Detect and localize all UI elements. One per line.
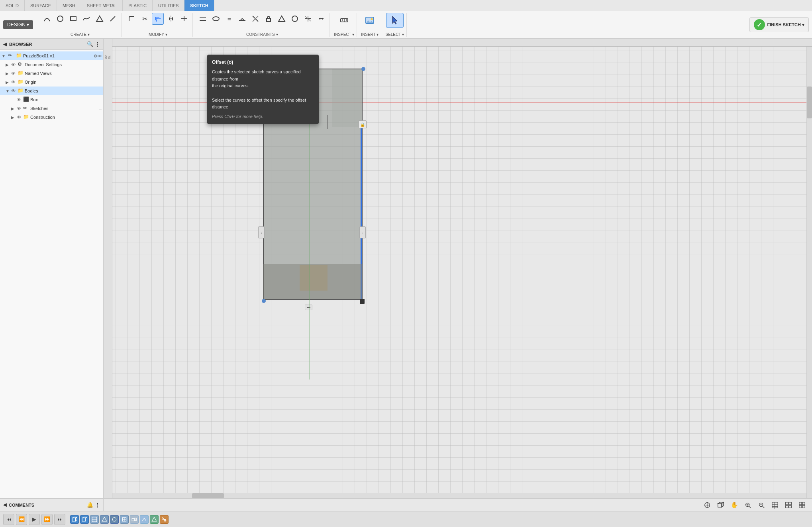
finish-sketch-button[interactable]: ✓ FINISH SKETCH ▾ [749, 17, 809, 32]
timeline-step-current[interactable] [150, 515, 159, 524]
timeline-step-5[interactable] [110, 515, 119, 524]
line-tool[interactable] [107, 13, 119, 25]
arc-tool[interactable] [41, 13, 53, 25]
circle-tool[interactable] [54, 13, 66, 25]
rectangle-tool[interactable] [67, 13, 79, 25]
grid-settings-icon[interactable] [783, 500, 794, 510]
drag-handle-right[interactable]: ⋮ [359, 226, 366, 238]
select-cursor-icon[interactable] [386, 13, 404, 28]
vertex-top-right[interactable] [361, 67, 365, 71]
canvas-scrollbar-horizontal[interactable] [112, 493, 806, 498]
bodies-eye[interactable]: 👁 [11, 88, 17, 93]
cross2-constraint[interactable] [302, 13, 314, 25]
triangle-constraint[interactable] [276, 13, 288, 25]
timeline-step-active[interactable] [160, 515, 169, 524]
drag-handle-left[interactable]: ⋮ [258, 226, 265, 238]
equal-constraint[interactable]: = [223, 13, 235, 25]
timeline-step-2[interactable] [80, 515, 89, 524]
lock-constraint[interactable] [263, 13, 275, 25]
tree-root[interactable]: ▼ ✏ 📁 PuzzleBox01 v1 ⚙ ••• [0, 51, 103, 60]
fillet-tool[interactable] [126, 13, 137, 25]
more-settings-icon[interactable] [797, 500, 807, 510]
timeline-step-7[interactable] [130, 515, 139, 524]
tree-origin[interactable]: ▶ 👁 📁 Origin [0, 78, 103, 87]
tree-named-views[interactable]: ▶ 👁 📁 Named Views [0, 69, 103, 78]
tree-box[interactable]: 👁 ⬛ Box [0, 95, 103, 104]
timeline-play[interactable]: ▶ [29, 514, 40, 525]
timeline-step-6[interactable] [120, 515, 129, 524]
spline-tool[interactable] [80, 13, 92, 25]
canvas-area[interactable]: 75 60 [104, 39, 812, 498]
vertex-bottom-left[interactable] [262, 299, 266, 303]
svg-line-38 [749, 506, 751, 508]
doc-settings-eye[interactable]: 👁 [11, 62, 17, 67]
tab-sheet-metal[interactable]: SHEET METAL [81, 0, 123, 11]
tree-construction[interactable]: ▶ 👁 📁 Construction [0, 113, 103, 122]
construction-eye[interactable]: 👁 [17, 115, 22, 120]
design-mode-button[interactable]: DESIGN ▾ [3, 20, 33, 29]
tab-surface[interactable]: SURFACE [25, 0, 57, 11]
tab-mesh[interactable]: MESH [57, 0, 81, 11]
scroll-thumb-horizontal[interactable] [192, 493, 224, 498]
sketches-eye[interactable]: 👁 [17, 106, 22, 111]
modify-label[interactable]: MODIFY ▾ [149, 32, 167, 37]
create-label[interactable]: CREATE ▾ [71, 32, 90, 37]
horizontal-constraint[interactable] [197, 13, 209, 25]
expand-constraint[interactable] [315, 13, 327, 25]
display-settings-icon[interactable] [770, 500, 780, 510]
pan-icon[interactable]: ✋ [729, 500, 739, 510]
navigation-home-icon[interactable] [702, 500, 712, 510]
tab-plastic[interactable]: PLASTIC [123, 0, 153, 11]
insert-image-icon[interactable] [361, 13, 379, 28]
browser-options-icon[interactable]: ⋮ [95, 41, 100, 47]
tab-solid[interactable]: SOLID [0, 0, 25, 11]
tree-doc-settings[interactable]: ▶ 👁 ⚙ Document Settings [0, 60, 103, 69]
timeline-step-8[interactable] [140, 515, 149, 524]
insert-label[interactable]: INSERT ▾ [361, 32, 379, 37]
tab-utilities[interactable]: UTILITIES [153, 0, 184, 11]
view-cube-icon[interactable] [716, 500, 726, 510]
break-tool[interactable] [178, 13, 190, 25]
mirror-tool[interactable] [165, 13, 177, 25]
timeline-step-3[interactable] [90, 515, 99, 524]
circle-constraint[interactable] [289, 13, 301, 25]
tree-bodies[interactable]: ▼ 👁 📁 Bodies [0, 87, 103, 95]
doc-settings-arrow: ▶ [6, 63, 11, 67]
select-label[interactable]: SELECT ▾ [385, 32, 404, 37]
comments-expand-icon[interactable]: ◀ [3, 502, 6, 507]
tangent-constraint[interactable] [236, 13, 248, 25]
timeline-step-forward[interactable]: ⏩ [41, 514, 53, 525]
named-views-eye[interactable]: 👁 [11, 71, 17, 76]
zoom-fit-icon[interactable] [743, 500, 753, 510]
zoom-out-icon[interactable] [756, 500, 767, 510]
vertex-bottom-right[interactable] [360, 299, 365, 304]
sketches-icon: ✏ [23, 105, 29, 112]
tree-sketches[interactable]: ▶ 👁 ✏ Sketches ... [0, 104, 103, 113]
timeline-step-1[interactable] [70, 515, 79, 524]
modify-icons: ✂ [126, 13, 190, 25]
comments-options-icon[interactable]: ⋮ [95, 502, 100, 508]
constraint-lock-icon[interactable]: 🔒 [359, 120, 367, 128]
root-more-icon[interactable]: ••• [97, 54, 102, 58]
timeline-back-to-start[interactable]: ⏮ [3, 514, 14, 525]
ellipse-tool[interactable] [210, 13, 222, 25]
cross-constraint[interactable] [249, 13, 261, 25]
trim-tool[interactable]: ✂ [139, 13, 151, 25]
canvas-scrollbar-vertical[interactable] [806, 47, 812, 498]
timeline-step-back[interactable]: ⏪ [16, 514, 27, 525]
browser-collapse-icon[interactable]: ◀ [3, 41, 7, 47]
tab-sketch[interactable]: SKETCH [184, 0, 214, 11]
polygon-tool[interactable] [94, 13, 106, 25]
comments-notification-icon[interactable]: 🔔 [87, 502, 93, 508]
timeline-end[interactable]: ⏭ [54, 514, 65, 525]
measure-icon[interactable] [335, 13, 353, 28]
box-eye[interactable]: 👁 [17, 97, 22, 102]
inspect-label[interactable]: INSPECT ▾ [334, 32, 354, 37]
browser-search-icon[interactable]: 🔍 [87, 41, 93, 47]
timeline-step-4[interactable] [100, 515, 109, 524]
constraints-label[interactable]: CONSTRAINTS ▾ [246, 32, 278, 37]
origin-eye[interactable]: 👁 [11, 80, 17, 85]
root-settings-icon[interactable]: ⚙ [94, 54, 97, 58]
offset-tool[interactable] [152, 13, 164, 25]
scroll-thumb-vertical[interactable] [807, 87, 812, 118]
